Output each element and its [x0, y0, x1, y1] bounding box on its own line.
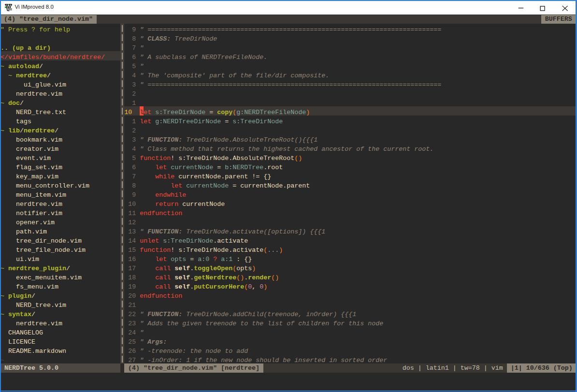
svg-text:im: im: [8, 7, 12, 12]
